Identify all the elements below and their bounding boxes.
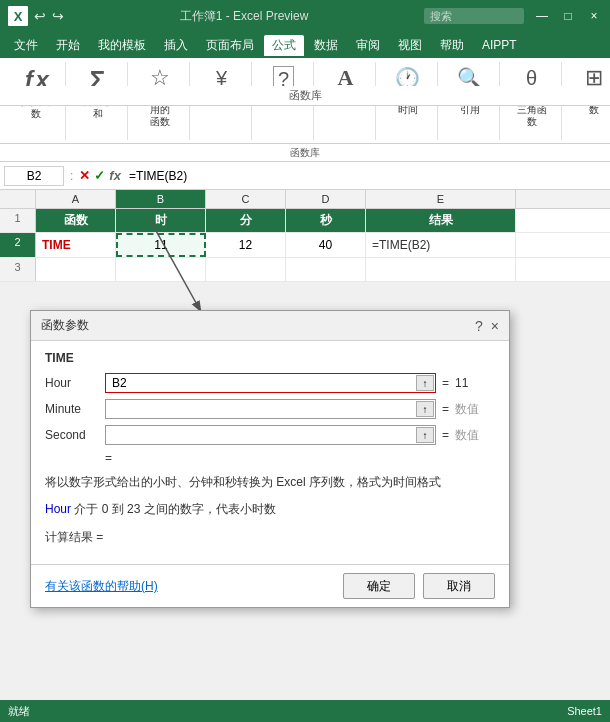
dialog-title-bar: 函数参数 ? × xyxy=(31,311,509,341)
confirm-formula-icon[interactable]: ✓ xyxy=(94,168,105,183)
menu-item-帮助[interactable]: 帮助 xyxy=(432,35,472,56)
menu-item-视图[interactable]: 视图 xyxy=(390,35,430,56)
dialog-equals-row: = xyxy=(45,451,495,465)
corner-cell xyxy=(0,190,36,208)
confirm-button[interactable]: 确定 xyxy=(343,573,415,599)
undo-icon[interactable]: ↩ xyxy=(34,8,46,24)
search-input[interactable] xyxy=(424,8,524,24)
redo-icon[interactable]: ↪ xyxy=(52,8,64,24)
dialog-footer: 有关该函数的帮助(H) 确定 取消 xyxy=(31,564,509,607)
maximize-button[interactable]: □ xyxy=(560,8,576,24)
app-icon: X xyxy=(8,6,28,26)
param-input-wrap-second: ↑ xyxy=(105,425,436,445)
formula-bar-icons: ✕ ✓ fx xyxy=(79,168,121,183)
menu-item-插入[interactable]: 插入 xyxy=(156,35,196,56)
cell-a2[interactable]: TIME xyxy=(36,233,116,257)
cell-a1[interactable]: 函数 xyxy=(36,209,116,232)
param-input-wrap-minute: ↑ xyxy=(105,399,436,419)
cell-d2[interactable]: 40 xyxy=(286,233,366,257)
col-header-a[interactable]: A xyxy=(36,190,116,208)
formula-bar-separator: : xyxy=(70,169,73,183)
window-title: 工作簿1 - Excel Preview xyxy=(64,8,424,25)
table-row: 2 TIME 11 12 40 =TIME(B2) xyxy=(0,233,610,258)
menu-item-开始[interactable]: 开始 xyxy=(48,35,88,56)
param-collapse-hour[interactable]: ↑ xyxy=(416,375,434,391)
minimize-button[interactable]: — xyxy=(534,8,550,24)
cancel-formula-icon[interactable]: ✕ xyxy=(79,168,90,183)
param-input-minute[interactable] xyxy=(105,399,436,419)
table-row: 1 函数 时 分 秒 结果 xyxy=(0,209,610,233)
cell-e1[interactable]: 结果 xyxy=(366,209,516,232)
row-number-2: 2 xyxy=(0,233,36,257)
cell-b2[interactable]: 11 xyxy=(116,233,206,257)
row-number-1: 1 xyxy=(0,209,36,232)
dialog-buttons: 确定 取消 xyxy=(343,573,495,599)
title-bar: X ↩ ↪ 工作簿1 - Excel Preview — □ × xyxy=(0,0,610,32)
result-label: 计算结果 = xyxy=(45,530,103,544)
status-text: 就绪 xyxy=(8,704,30,719)
function-arguments-dialog: 函数参数 ? × TIME Hour ↑ = 11 Minute ↑ = 数值 xyxy=(30,310,510,608)
cell-c1[interactable]: 分 xyxy=(206,209,286,232)
help-link[interactable]: 有关该函数的帮助(H) xyxy=(45,578,158,595)
param-row-hour: Hour ↑ = 11 xyxy=(45,373,495,393)
col-header-c[interactable]: C xyxy=(206,190,286,208)
formula-input[interactable] xyxy=(125,167,606,185)
function-name-label: TIME xyxy=(45,351,495,365)
param-label-second: Second xyxy=(45,428,105,442)
col-header-d[interactable]: D xyxy=(286,190,366,208)
menu-item-审阅[interactable]: 审阅 xyxy=(348,35,388,56)
param-row-minute: Minute ↑ = 数值 xyxy=(45,399,495,419)
param-value-second: 数值 xyxy=(455,427,495,444)
dialog-result-row: 计算结果 = xyxy=(45,529,495,546)
menu-item-文件[interactable]: 文件 xyxy=(6,35,46,56)
column-headers: A B C D E xyxy=(0,190,610,209)
table-row: 3 xyxy=(0,258,610,282)
ribbon-group-label: 函数库 xyxy=(0,86,610,106)
close-button[interactable]: × xyxy=(586,8,602,24)
spreadsheet-grid: A B C D E 1 函数 时 分 秒 结果 2 TIME 11 12 40 … xyxy=(0,190,610,282)
cancel-button[interactable]: 取消 xyxy=(423,573,495,599)
col-header-e[interactable]: E xyxy=(366,190,516,208)
dialog-param-description: Hour 介于 0 到 23 之间的数字，代表小时数 xyxy=(45,500,495,519)
param-collapse-minute[interactable]: ↑ xyxy=(416,401,434,417)
sheet-tab[interactable]: Sheet1 xyxy=(567,705,602,717)
param-desc-highlight: Hour xyxy=(45,502,71,516)
param-input-hour[interactable] xyxy=(105,373,436,393)
col-header-b[interactable]: B xyxy=(116,190,206,208)
dialog-help-icon[interactable]: ? xyxy=(475,318,483,334)
menu-item-数据[interactable]: 数据 xyxy=(306,35,346,56)
menu-item-页面布局[interactable]: 页面布局 xyxy=(198,35,262,56)
insert-function-bar-icon[interactable]: fx xyxy=(109,168,121,183)
param-row-second: Second ↑ = 数值 xyxy=(45,425,495,445)
param-label-hour: Hour xyxy=(45,376,105,390)
param-collapse-second[interactable]: ↑ xyxy=(416,427,434,443)
cell-reference-input[interactable] xyxy=(4,166,64,186)
param-label-minute: Minute xyxy=(45,402,105,416)
dialog-close-icon[interactable]: × xyxy=(491,318,499,334)
param-input-second[interactable] xyxy=(105,425,436,445)
param-value-minute: 数值 xyxy=(455,401,495,418)
menu-item-公式[interactable]: 公式 xyxy=(264,35,304,56)
param-desc-text: 介于 0 到 23 之间的数字，代表小时数 xyxy=(74,502,275,516)
cell-b1[interactable]: 时 xyxy=(116,209,206,232)
cell-d1[interactable]: 秒 xyxy=(286,209,366,232)
param-input-wrap-hour: ↑ xyxy=(105,373,436,393)
cell-e2[interactable]: =TIME(B2) xyxy=(366,233,516,257)
function-library-label: 函数库 xyxy=(290,146,320,160)
cell-c2[interactable]: 12 xyxy=(206,233,286,257)
dialog-body: TIME Hour ↑ = 11 Minute ↑ = 数值 Second xyxy=(31,341,509,564)
ribbon: ƒx 插入函数 Σ 自动求和 ☆ 最近使用的函数 ¥ 财务 ? 逻辑 A 文本 xyxy=(0,58,610,144)
dialog-title-icons: ? × xyxy=(475,318,499,334)
menu-bar: 文件开始我的模板插入页面布局公式数据审阅视图帮助AIPPT xyxy=(0,32,610,58)
title-right: — □ × xyxy=(424,8,602,24)
menu-item-AIPPT[interactable]: AIPPT xyxy=(474,36,525,54)
dialog-title: 函数参数 xyxy=(41,317,89,334)
param-value-hour: 11 xyxy=(455,376,495,390)
status-bar: 就绪 Sheet1 xyxy=(0,700,610,722)
dialog-description: 将以数字形式给出的小时、分钟和秒转换为 Excel 序列数，格式为时间格式 xyxy=(45,473,495,492)
toolbar-tools: ↩ ↪ xyxy=(34,8,64,24)
formula-bar: : ✕ ✓ fx xyxy=(0,162,610,190)
menu-item-我的模板[interactable]: 我的模板 xyxy=(90,35,154,56)
